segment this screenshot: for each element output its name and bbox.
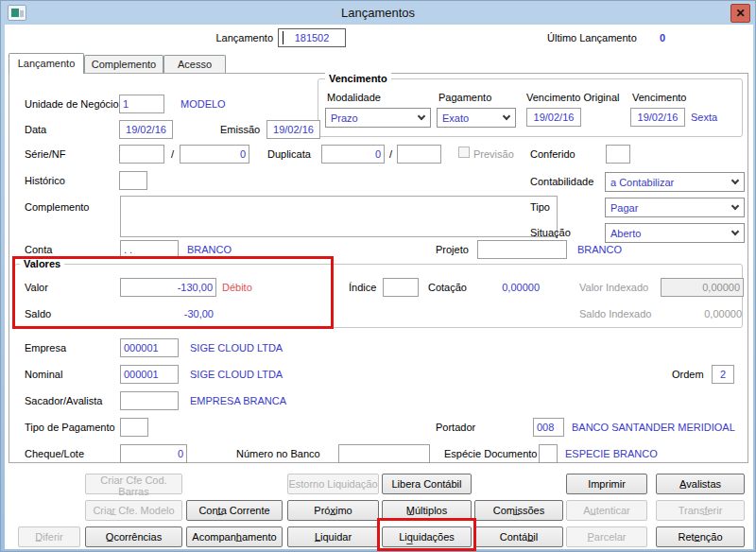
especie-documento-input[interactable]: [539, 444, 558, 463]
especie-documento-label: Espécie Documento: [444, 448, 537, 459]
ordem-input[interactable]: [712, 365, 734, 384]
ocorrencias-button[interactable]: O̲corrências: [85, 526, 182, 547]
unidade-negocio-input[interactable]: [119, 95, 164, 113]
empresa-input[interactable]: [120, 338, 179, 357]
historico-input[interactable]: [119, 171, 147, 190]
previsao-label: Previsão: [473, 148, 514, 160]
modalidade-select[interactable]: Prazo: [325, 108, 431, 128]
sacador-avalista-desc: EMPRESA BRANCA: [190, 395, 286, 406]
tab-acesso[interactable]: Acesso: [163, 55, 226, 74]
retencao-button[interactable]: Rete̲nção: [656, 526, 745, 547]
chevron-down-icon: [731, 177, 739, 184]
liquidacoes-button[interactable]: Liq̲uidações: [382, 526, 472, 547]
contabilidade-value: a Contabilizar: [610, 177, 729, 188]
unidade-negocio-label: Unidade de Negócio: [25, 98, 119, 110]
complemento-textarea[interactable]: [120, 196, 558, 237]
valor-label: Valor: [25, 282, 48, 293]
contabilidade-label: Contabilidade: [530, 176, 593, 187]
situacao-label: Situação: [530, 227, 571, 238]
vencimento-input[interactable]: [630, 108, 685, 127]
criar-modelo-button: Criar̲ Cfe. Modelo: [85, 500, 182, 521]
lancamento-number-input[interactable]: [278, 28, 346, 47]
estorno-liquidacao-button: Estorno Liquidação: [287, 474, 379, 494]
parcelar-button: P̲arcelar: [566, 526, 647, 547]
saldo-value: -30,00: [120, 308, 214, 319]
tab-complemento[interactable]: Complemento: [84, 55, 163, 74]
cotacao-value: 0,00000: [473, 282, 540, 293]
duplicata-separator: /: [389, 148, 392, 160]
previsao-checkbox: [458, 147, 470, 158]
conta-input[interactable]: [120, 240, 179, 259]
liquidar-button[interactable]: L̲iquidar: [287, 526, 379, 547]
contabilidade-select[interactable]: a Contabilizar: [605, 172, 745, 192]
saldo-indexado-label: Saldo Indexado: [579, 308, 651, 319]
sacador-avalista-label: Sacador/Avalista: [25, 395, 102, 406]
projeto-input[interactable]: [477, 240, 567, 259]
unidade-negocio-desc: MODELO: [180, 98, 226, 110]
imprimir-button[interactable]: Imprimir: [566, 474, 647, 494]
nf-input[interactable]: [180, 145, 249, 164]
conferido-label: Conferido: [530, 148, 576, 160]
historico-label: Histórico: [25, 175, 65, 186]
portador-input[interactable]: [533, 418, 564, 437]
serie-separator: /: [171, 148, 174, 160]
ultimo-lancamento-label: Último Lançamento: [547, 32, 637, 43]
saldo-indexado-value: 0,00000: [678, 308, 742, 319]
valor-input[interactable]: [120, 278, 216, 297]
vencimento-original-label: Vencimento Original: [526, 92, 619, 103]
chevron-down-icon: [731, 228, 739, 235]
pagamento-label: Pagamento: [438, 92, 491, 103]
valores-group-title: Valores: [20, 258, 64, 269]
indice-label: Índice: [349, 282, 376, 293]
contabil-button[interactable]: Contáb̲il: [474, 526, 563, 547]
pagamento-select[interactable]: Exato: [437, 108, 516, 128]
indice-input[interactable]: [383, 278, 419, 297]
cheque-lote-input[interactable]: [120, 444, 187, 463]
proximo-button[interactable]: Próx̲imo: [287, 500, 379, 521]
nominal-input[interactable]: [120, 365, 179, 384]
avalistas-button[interactable]: A̲valistas: [656, 474, 745, 494]
projeto-label: Projeto: [436, 244, 469, 255]
vencimento-original-input[interactable]: [526, 108, 581, 127]
acompanhamento-button[interactable]: Acompanh̲amento: [186, 526, 283, 547]
data-input[interactable]: [119, 120, 173, 139]
emissao-input[interactable]: [266, 120, 320, 139]
numero-banco-label: Número no Banco: [236, 448, 320, 459]
duplicata-label: Duplicata: [267, 148, 311, 160]
emissao-label: Emissão: [220, 124, 260, 135]
criar-cod-barras-button: Criar Cfe Cod. Barras: [85, 474, 182, 494]
vencimento-group-title: Vencimento: [325, 73, 391, 84]
autenticar-button: Au̲tenticar: [566, 500, 647, 521]
conta-desc: BRANCO: [187, 244, 232, 255]
conferido-input[interactable]: [606, 145, 630, 164]
duplicata2-input[interactable]: [397, 145, 441, 164]
vencimento-weekday: Sexta: [691, 112, 717, 123]
chevron-down-icon: [503, 112, 510, 120]
tipo-pagamento-input[interactable]: [120, 418, 148, 437]
empresa-desc: SIGE CLOUD LTDA: [190, 342, 283, 354]
close-icon[interactable]: ✕: [730, 4, 750, 23]
chevron-down-icon: [731, 202, 739, 210]
pagamento-value: Exato: [442, 112, 500, 124]
numero-banco-input[interactable]: [338, 444, 430, 463]
duplicata-input[interactable]: [321, 145, 385, 164]
transferir-button: Transf̲erir: [656, 500, 745, 521]
valor-indexado-label: Valor Indexado: [579, 282, 648, 293]
ordem-label: Ordem: [672, 369, 704, 380]
comissoes-button[interactable]: Comi̲ssões: [474, 500, 563, 521]
ultimo-lancamento-value: 0: [644, 32, 681, 43]
situacao-select[interactable]: Aberto: [605, 223, 745, 243]
nominal-desc: SIGE CLOUD LTDA: [190, 369, 283, 380]
tipo-select[interactable]: Pagar: [605, 198, 745, 217]
libera-contabil-button[interactable]: Libera Contábil: [382, 474, 472, 494]
cheque-lote-label: Cheque/Lote: [25, 448, 84, 459]
situacao-value: Aberto: [610, 228, 729, 239]
multiplos-button[interactable]: M̲últiplos: [382, 500, 472, 521]
tab-lancamento[interactable]: Lançamento: [9, 53, 84, 74]
conta-corrente-button[interactable]: Cont̲a Corrente: [186, 500, 283, 521]
modalidade-value: Prazo: [331, 112, 415, 124]
sacador-avalista-input[interactable]: [120, 391, 179, 410]
portador-desc: BANCO SANTANDER MERIDIOAL: [572, 422, 735, 433]
serie-input[interactable]: [119, 145, 164, 164]
empresa-label: Empresa: [25, 342, 66, 354]
